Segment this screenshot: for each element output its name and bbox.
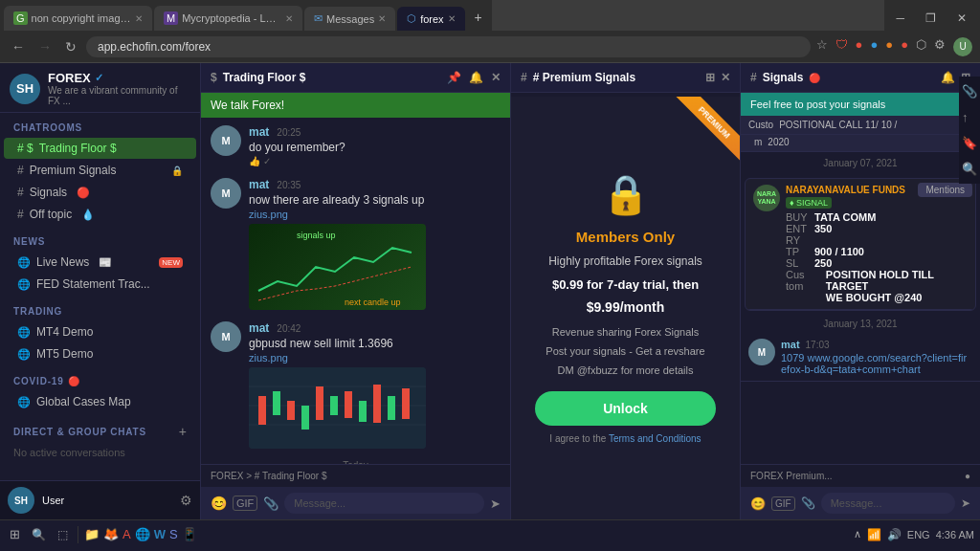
svg-rect-9 xyxy=(301,406,309,430)
expand-icon[interactable]: ⊞ xyxy=(705,71,715,84)
taskbar-icon-folder[interactable]: 📁 xyxy=(84,527,100,541)
taskbar-icon-acrobat[interactable]: A xyxy=(122,527,131,541)
tab-favicon-m: M xyxy=(164,11,178,25)
channel-mt4[interactable]: 🌐 MT4 Demo xyxy=(4,321,196,342)
windows-start[interactable]: ⊞ xyxy=(6,527,24,541)
bookmark-right-icon[interactable]: 🔖 xyxy=(962,136,977,150)
premium-title: Members Only xyxy=(576,229,675,245)
channel-fed[interactable]: 🌐 FED Statement Trac... xyxy=(4,274,196,295)
window-minimize[interactable]: ─ xyxy=(886,6,914,31)
tab-close-icon-fx[interactable]: ✕ xyxy=(448,13,456,24)
nav-back[interactable]: ← xyxy=(8,37,29,56)
taskbar-icon-phone[interactable]: 📱 xyxy=(182,527,197,541)
hash-icon: # xyxy=(521,71,527,84)
terms-link[interactable]: Terms and Conditions xyxy=(609,433,702,444)
bell-icon[interactable]: 🔔 xyxy=(469,71,483,84)
profile-icon[interactable]: U xyxy=(953,37,972,56)
taskview-icon[interactable]: ⬚ xyxy=(54,528,72,541)
new-tab-button[interactable]: + xyxy=(467,4,490,31)
msg-time-3: 20:42 xyxy=(277,323,301,334)
covid-label: COVID-19 🔴 xyxy=(0,372,200,390)
message-input-tf[interactable]: Message... xyxy=(284,493,484,514)
signal-val-custom: POSITION HOLD TILL TARGETWE BOUGHT @240 xyxy=(826,269,968,303)
window-restore[interactable]: ❐ xyxy=(916,6,946,31)
message-input-s[interactable]: Message... xyxy=(821,493,955,514)
extensions-icon[interactable]: ⚙ xyxy=(934,37,946,56)
search-right-icon[interactable]: 🔍 xyxy=(962,162,977,176)
svg-rect-13 xyxy=(359,401,367,422)
channel-name-mt5: MT5 Demo xyxy=(36,347,93,361)
news-label: NEWS xyxy=(0,232,200,251)
emoji-icon-s[interactable]: 😊 xyxy=(750,496,766,511)
language-indicator: ENG xyxy=(907,529,930,540)
close-icon-pm[interactable]: ✕ xyxy=(721,71,730,84)
tab-non-copyright[interactable]: G non copyright images - Google... ✕ xyxy=(4,6,152,31)
tab-messages[interactable]: ✉ Messages ✕ xyxy=(304,7,395,31)
search-taskbar[interactable]: 🔍 xyxy=(28,528,50,541)
message-3: M mat 20:42 gbpusd new sell limit 1.3696… xyxy=(211,321,501,449)
msg-link-2[interactable]: zius.png xyxy=(249,209,426,220)
emoji-icon[interactable]: 😊 xyxy=(211,496,227,511)
paperclip-icon[interactable]: 📎 xyxy=(962,84,977,99)
bookmark-icon[interactable]: ☆ xyxy=(816,37,828,56)
close-icon-tf[interactable]: ✕ xyxy=(491,71,501,84)
up-arrow-icon[interactable]: ↑ xyxy=(962,110,977,124)
channel-mt5[interactable]: 🌐 MT5 Demo xyxy=(4,343,196,364)
nav-forward[interactable]: → xyxy=(34,37,56,56)
channel-name-mt4: MT4 Demo xyxy=(36,325,93,339)
premium-sub3: DM @fxbuzz for more details xyxy=(558,364,694,376)
msg-body-1: mat 20:25 do you remember? 👍 ✓ xyxy=(249,125,345,166)
send-icon-s[interactable]: ➤ xyxy=(961,496,970,510)
channel-trading-floor[interactable]: # $ Trading Floor $ xyxy=(4,138,196,159)
tab-mycryptopedia[interactable]: M Mycryptopedia - Learn About C... ✕ xyxy=(154,6,302,31)
window-close[interactable]: ✕ xyxy=(947,6,976,31)
sticker-icon[interactable]: 📎 xyxy=(263,496,278,511)
taskbar-icon-browser2[interactable]: 🌐 xyxy=(135,527,150,541)
bell-icon-s[interactable]: 🔔 xyxy=(941,71,955,84)
premium-description: Highly profitable Forex signals xyxy=(548,253,702,270)
taskbar-icon-firefox[interactable]: 🦊 xyxy=(103,527,119,541)
send-icon[interactable]: ➤ xyxy=(490,496,501,511)
network-icon[interactable]: 📶 xyxy=(867,528,881,541)
prev-signal-row2: m 2020 xyxy=(741,135,980,152)
tab-close-icon[interactable]: ✕ xyxy=(135,13,143,24)
signal-key-buy: BUY xyxy=(786,211,811,223)
attach-icon-s[interactable]: 📎 xyxy=(801,496,815,510)
tab-close-icon-m[interactable]: ✕ xyxy=(285,13,293,24)
signal-row-buy: BUY TATA COMM xyxy=(786,211,968,223)
tab-close-icon-msg[interactable]: ✕ xyxy=(378,13,386,24)
tab-label-fx: forex xyxy=(420,13,443,25)
volume-icon[interactable]: 🔊 xyxy=(887,528,902,541)
tab-label-msg: Messages xyxy=(326,13,374,25)
channel-offtopic[interactable]: # Off topic 💧 xyxy=(4,204,196,225)
signal-row-sl: SL 250 xyxy=(786,257,968,269)
unlock-button[interactable]: Unlock xyxy=(535,391,717,426)
channel-signals[interactable]: # Signals 🔴 xyxy=(4,182,196,203)
msg-link-3[interactable]: zius.png xyxy=(249,352,426,364)
signal-card: NARAYANA NARAYANAVALUE FUNDS 14:41 ♦ SIG… xyxy=(745,178,976,311)
signal-chat-text: 1079 www.google.com/search?client=firefo… xyxy=(781,352,972,375)
channel-global-cases[interactable]: 🌐 Global Cases Map xyxy=(4,391,196,412)
channel-name: Trading Floor $ xyxy=(39,142,117,155)
add-direct-chat-button[interactable]: + xyxy=(179,424,187,439)
up-arrow-tray[interactable]: ∧ xyxy=(854,528,861,540)
taskbar-icon-discord[interactable]: S xyxy=(169,527,178,541)
channel-live-news[interactable]: 🌐 Live News 📰 NEW xyxy=(4,252,196,273)
taskbar-icon-word[interactable]: W xyxy=(154,527,166,541)
mentions-button[interactable]: Mentions xyxy=(918,183,972,197)
msg-author-1: mat xyxy=(249,125,269,139)
address-bar[interactable]: app.echofin.com/forex xyxy=(86,36,811,57)
shield-icon: 🛡 xyxy=(835,37,848,56)
signal-chat-body: mat 17:03 1079 www.google.com/search?cli… xyxy=(781,339,972,375)
pin-icon[interactable]: 📌 xyxy=(447,71,461,84)
channel-prefix: # $ xyxy=(17,142,33,155)
tab-forex[interactable]: ⬡ forex ✕ xyxy=(397,7,464,31)
ribbon-text: PREMIUM xyxy=(675,97,740,162)
gif-icon-s[interactable]: GIF xyxy=(771,496,795,511)
footer-breadcrumb-tf: FOREX > # Trading Floor $ xyxy=(211,471,326,481)
channel-premium-signals[interactable]: # Premium Signals 🔒 xyxy=(4,160,196,181)
settings-icon[interactable]: ⚙ xyxy=(180,493,192,508)
gif-icon[interactable]: GIF xyxy=(233,496,257,511)
verified-icon: ✓ xyxy=(95,72,103,84)
nav-refresh[interactable]: ↻ xyxy=(61,37,80,56)
